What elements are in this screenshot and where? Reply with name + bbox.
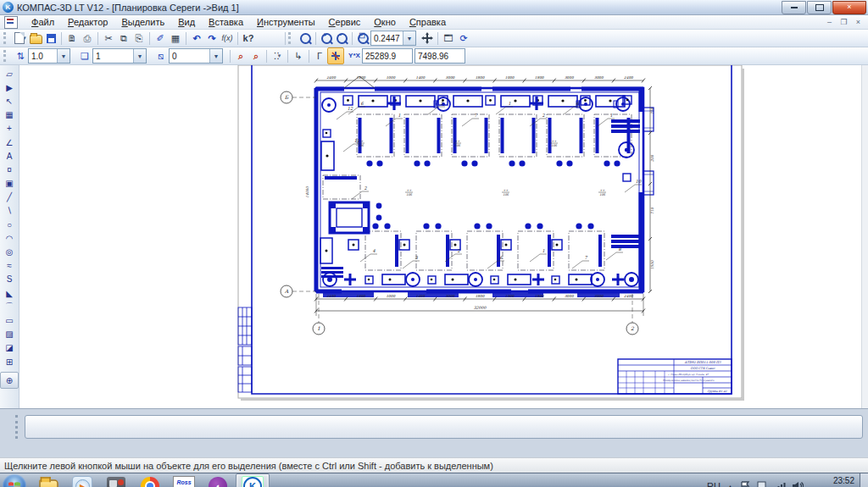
snap-magnet2-button[interactable]: ⌕ xyxy=(248,48,264,64)
signal-icon[interactable] xyxy=(775,482,786,487)
spreadsheet-button[interactable]: ▦ xyxy=(168,30,183,46)
menu-2[interactable]: Выделить xyxy=(114,16,171,28)
show-hidden-icons[interactable]: ▲ xyxy=(727,484,733,487)
network-icon[interactable] xyxy=(757,481,768,487)
select-cursor-tool-icon[interactable]: ▶ xyxy=(2,80,18,94)
save-button[interactable] xyxy=(43,30,58,46)
new-document-button[interactable]: ▾ xyxy=(13,30,28,46)
clock[interactable]: 23:52 13.02.2013 xyxy=(812,476,854,487)
chamfer-tool-icon[interactable]: ◣ xyxy=(2,286,18,300)
document-icon[interactable] xyxy=(4,16,18,29)
symbol-tool-icon[interactable]: ¤ xyxy=(2,163,18,176)
menu-7[interactable]: Окно xyxy=(367,16,403,28)
menu-5[interactable]: Инструменты xyxy=(250,16,322,28)
close-button[interactable]: × xyxy=(832,1,866,14)
bezier-tool-icon[interactable]: S xyxy=(2,273,18,286)
menu-6[interactable]: Сервис xyxy=(322,16,368,28)
angle-tool-icon[interactable]: ∠ xyxy=(2,136,18,149)
menu-1[interactable]: Редактор xyxy=(61,16,114,28)
rectangle-tool-icon[interactable]: ▭ xyxy=(2,313,18,327)
action-center-icon[interactable] xyxy=(740,481,750,487)
taskbar-app-chrome[interactable] xyxy=(134,474,166,487)
copy-properties-button[interactable]: ✐ xyxy=(153,30,168,46)
ortho-button[interactable]: Γ xyxy=(312,48,327,64)
view-combo[interactable]: 1▼ xyxy=(92,48,147,64)
svg-text:А: А xyxy=(285,288,289,294)
language-indicator[interactable]: RU xyxy=(707,481,721,487)
toolbar-handle[interactable] xyxy=(3,32,9,44)
zoom-in-button[interactable]: + xyxy=(319,30,334,46)
select-prev-tool-icon[interactable]: ↖ xyxy=(2,94,18,108)
zoom-area-button[interactable]: ◰ xyxy=(355,30,370,46)
print-preview-button[interactable]: 🗎 xyxy=(64,30,80,46)
vertical-scrollbar[interactable] xyxy=(861,65,868,408)
rounding-button[interactable] xyxy=(327,47,344,64)
undo-button[interactable]: ↶ xyxy=(189,30,204,46)
svg-text:10: 10 xyxy=(636,179,642,184)
zoom-scale-combo[interactable]: 0.2447▼ xyxy=(370,30,416,46)
spline-tool-icon[interactable]: ≈ xyxy=(2,259,18,273)
image-tool-icon[interactable]: ▣ xyxy=(2,177,18,191)
taskbar-app-rosstech[interactable]: RossTech xyxy=(168,474,200,487)
refresh-button[interactable]: ⟳ xyxy=(456,30,471,46)
context-help-button[interactable]: k? xyxy=(241,30,256,46)
snap-magnet-button[interactable]: ⌕ xyxy=(233,48,248,64)
menu-3[interactable]: Вид xyxy=(171,16,202,28)
child-close-button[interactable]: × xyxy=(852,18,865,27)
zoom-frame-button[interactable] xyxy=(298,30,313,46)
taskbar-app-explorer[interactable] xyxy=(32,474,64,487)
toolbar-handle2[interactable] xyxy=(288,32,294,44)
copy-button[interactable]: ⧉ xyxy=(116,30,131,46)
measure-tool-icon[interactable]: + xyxy=(2,122,18,136)
open-button[interactable] xyxy=(28,30,43,46)
more-tools-button[interactable]: ⊕ xyxy=(0,372,19,389)
segment-tool-icon[interactable]: ∖ xyxy=(2,204,18,218)
cut-button[interactable]: ✂ xyxy=(101,30,116,46)
minimize-button[interactable] xyxy=(782,1,806,14)
document-scale-combo[interactable]: 1.0▼ xyxy=(28,48,70,64)
property-bar[interactable] xyxy=(25,415,863,439)
drawing-viewport[interactable]: 2400180010001400300018001000180030003000… xyxy=(19,65,868,408)
menu-4[interactable]: Вставка xyxy=(202,16,250,28)
fill-tool-icon[interactable]: ◪ xyxy=(2,341,18,355)
arc-tool-icon[interactable]: ◠ xyxy=(2,231,18,245)
taskbar-app-media-player[interactable]: ▶ xyxy=(66,474,98,487)
print-setup-button[interactable]: ⎙ xyxy=(80,30,95,46)
panel-handle[interactable] xyxy=(15,415,21,439)
hatch-tool-icon[interactable]: ▨ xyxy=(2,328,18,341)
menu-0[interactable]: Файл xyxy=(25,16,61,28)
start-button[interactable] xyxy=(3,474,26,487)
local-cs-button[interactable]: ↳ xyxy=(291,48,306,64)
child-restore-button[interactable]: ❐ xyxy=(837,18,850,27)
grid-button[interactable]: ⁚⁚▾ xyxy=(270,48,285,64)
restore-button[interactable] xyxy=(807,1,832,14)
coord-x-field[interactable]: 25289.9 xyxy=(362,48,413,64)
floor-plan-drawing[interactable]: 2400180010001400300018001000180030003000… xyxy=(19,65,863,408)
layer-combo[interactable]: 0▼ xyxy=(169,48,223,64)
svg-text:2400: 2400 xyxy=(624,294,633,298)
coord-y-field[interactable]: 7498.96 xyxy=(415,48,465,64)
show-desktop-button[interactable] xyxy=(860,473,868,487)
child-minimize-button[interactable]: – xyxy=(823,18,836,27)
text-tool-icon[interactable]: A xyxy=(2,149,18,163)
circle-tool-icon[interactable]: ○ xyxy=(2,218,18,231)
toolbar-handle3[interactable] xyxy=(3,50,9,62)
pan-button[interactable] xyxy=(420,30,435,46)
redo-button[interactable]: ↷ xyxy=(204,30,220,46)
ellipse-tool-icon[interactable]: ◎ xyxy=(2,245,18,258)
taskbar-app-kompas[interactable]: K xyxy=(236,473,270,487)
menu-8[interactable]: Справка xyxy=(403,16,453,28)
grid-snap-tool-icon[interactable]: ▦ xyxy=(2,108,18,122)
taskbar-app-bittorrent[interactable]: ◖ xyxy=(202,474,234,487)
variables-button[interactable]: f(x) xyxy=(220,30,235,46)
zoom-out-button[interactable]: − xyxy=(334,30,349,46)
show-all-button[interactable]: 🗔 xyxy=(441,30,456,46)
line-tool-icon[interactable]: ╱ xyxy=(2,191,18,204)
fillet-tool-icon[interactable]: ⌒ xyxy=(2,300,18,313)
stamp-tool-icon[interactable]: ⊞ xyxy=(2,355,18,368)
selection-frame-tool-icon[interactable]: ▱ xyxy=(2,67,18,80)
volume-icon[interactable] xyxy=(793,481,804,487)
paste-button[interactable]: ⎘ xyxy=(131,30,147,46)
svg-text:10б: 10б xyxy=(454,144,460,147)
taskbar-app-photo-app[interactable] xyxy=(100,474,132,487)
